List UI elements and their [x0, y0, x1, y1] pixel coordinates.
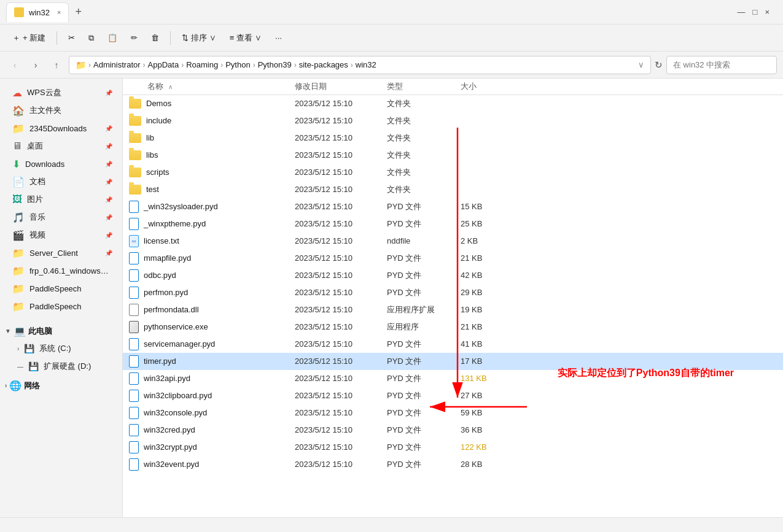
file-name: win32api.pyd [144, 374, 190, 383]
folder-icon [129, 185, 141, 195]
table-row[interactable]: win32event.pyd 2023/5/12 15:10 PYD 文件 28… [123, 456, 783, 473]
sidebar-item-cdrive[interactable]: › 💾 系统 (C:) [2, 340, 120, 357]
pyd-icon [129, 390, 139, 402]
more-button[interactable]: ··· [270, 30, 287, 45]
delete-button[interactable]: 🗑 [146, 30, 164, 45]
table-row[interactable]: Demos 2023/5/12 15:10 文件夹 [123, 95, 783, 112]
table-row[interactable]: perfmon.pyd 2023/5/12 15:10 PYD 文件 29 KB [123, 284, 783, 301]
address-path[interactable]: 📁 › Administrator › AppData › Roaming › … [69, 56, 651, 74]
sidebar-item-server[interactable]: 📁 Server_Client 📌 [2, 244, 120, 261]
forward-button[interactable]: › [27, 56, 44, 74]
toolbar: ＋ + 新建 ✂ ⧉ 📋 ✏ 🗑 ⇅ 排序 ∨ ≡ 查看 ∨ ··· [0, 25, 783, 52]
sidebar-label-frp: frp_0.46.1_windows_am [29, 266, 112, 276]
sidebar-section-network[interactable]: › 🌐 网络 [0, 377, 122, 394]
cut-button[interactable]: ✂ [63, 30, 80, 45]
sidebar-item-2345downloads[interactable]: 📁 2345Downloads 📌 [2, 120, 120, 137]
table-row[interactable]: libs 2023/5/12 15:10 文件夹 [123, 147, 783, 164]
table-row[interactable]: servicemanager.pyd 2023/5/12 15:10 PYD 文… [123, 336, 783, 353]
table-row[interactable]: win32clipboard.pyd 2023/5/12 15:10 PYD 文… [123, 387, 783, 404]
new-tab-button[interactable]: + [71, 6, 85, 18]
folder-icon [129, 150, 141, 160]
file-type-cell: 文件夹 [387, 150, 461, 161]
table-row[interactable]: perfmondata.dll 2023/5/12 15:10 应用程序扩展 1… [123, 301, 783, 318]
sidebar-item-docs[interactable]: 📄 文档 📌 [2, 173, 120, 190]
copy-button[interactable]: ⧉ [84, 30, 99, 46]
header-date[interactable]: 修改日期 [295, 81, 387, 92]
tab-close-button[interactable]: × [57, 9, 61, 16]
file-date-cell: 2023/5/12 15:10 [295, 202, 387, 211]
header-type[interactable]: 类型 [387, 81, 461, 92]
tab-win32[interactable]: win32 × [6, 2, 69, 22]
file-date-cell: 2023/5/12 15:10 [295, 288, 387, 297]
path-part-0[interactable]: Administrator [93, 60, 141, 69]
path-sep-1: › [143, 61, 146, 69]
header-name[interactable]: 名称 ∧ [123, 81, 295, 92]
file-list-header: 名称 ∧ 修改日期 类型 大小 [123, 79, 783, 95]
network-icon: 🌐 [9, 380, 21, 391]
view-button[interactable]: ≡ 查看 ∨ [225, 29, 267, 47]
table-row[interactable]: win32cred.pyd 2023/5/12 15:10 PYD 文件 36 … [123, 422, 783, 439]
sort-button[interactable]: ⇅ 排序 ∨ [177, 29, 221, 47]
sidebar-item-wps[interactable]: ☁ WPS云盘 📌 [2, 84, 120, 101]
sidebar-item-paddle1[interactable]: 📁 PaddleSpeech [2, 280, 120, 297]
wps-cloud-icon: ☁ [12, 87, 22, 99]
sidebar-item-music[interactable]: 🎵 音乐 📌 [2, 209, 120, 226]
rename-button[interactable]: ✏ [126, 30, 142, 45]
path-part-4[interactable]: Python39 [258, 60, 292, 69]
file-name-cell: include [123, 116, 295, 126]
table-row[interactable]: _winxptheme.pyd 2023/5/12 15:10 PYD 文件 2… [123, 215, 783, 233]
sidebar-item-video[interactable]: 🎬 视频 📌 [2, 226, 120, 244]
table-row[interactable]: timer.pyd 2023/5/12 15:10 PYD 文件 17 KB [123, 353, 783, 370]
table-row[interactable]: scripts 2023/5/12 15:10 文件夹 [123, 164, 783, 181]
file-name: win32clipboard.pyd [144, 391, 212, 400]
sidebar-item-ddrive[interactable]: — 💾 扩展硬盘 (D:) [2, 358, 120, 375]
sidebar-section-thispc[interactable]: ▼ 💻 此电脑 [0, 323, 122, 339]
path-sep-5: › [294, 61, 297, 69]
refresh-button[interactable]: ↻ [655, 60, 663, 71]
folder-icon [129, 116, 141, 126]
header-size[interactable]: 大小 [461, 81, 510, 92]
table-row[interactable]: lib 2023/5/12 15:10 文件夹 [123, 129, 783, 147]
search-input[interactable] [666, 56, 777, 74]
path-part-2[interactable]: Roaming [186, 60, 218, 69]
maximize-button[interactable]: □ [753, 7, 758, 17]
close-button[interactable]: × [765, 7, 769, 17]
back-button[interactable]: ‹ [6, 56, 23, 74]
table-row[interactable]: _win32sysloader.pyd 2023/5/12 15:10 PYD … [123, 198, 783, 215]
pin-icon-wps: 📌 [105, 90, 112, 96]
folder-icon [129, 99, 141, 109]
table-row[interactable]: win32api.pyd 2023/5/12 15:10 PYD 文件 131 … [123, 370, 783, 387]
table-row[interactable]: mmapfile.pyd 2023/5/12 15:10 PYD 文件 21 K… [123, 250, 783, 267]
sidebar-item-pictures[interactable]: 🖼 图片 📌 [2, 191, 120, 208]
file-date-cell: 2023/5/12 15:10 [295, 236, 387, 245]
path-part-1[interactable]: AppData [148, 60, 179, 69]
table-row[interactable]: odbc.pyd 2023/5/12 15:10 PYD 文件 42 KB [123, 267, 783, 284]
sidebar-item-frp[interactable]: 📁 frp_0.46.1_windows_am [2, 262, 120, 279]
new-button[interactable]: ＋ + 新建 [7, 29, 50, 47]
table-row[interactable]: win32console.pyd 2023/5/12 15:10 PYD 文件 … [123, 404, 783, 422]
path-part-3[interactable]: Python [225, 60, 250, 69]
file-size-cell: 27 KB [461, 391, 510, 400]
sidebar-item-paddle2[interactable]: 📁 PaddleSpeech [2, 298, 120, 315]
sidebar-item-desktop[interactable]: 🖥 桌面 📌 [2, 137, 120, 155]
table-row[interactable]: txt license.txt 2023/5/12 15:10 nddfile … [123, 233, 783, 250]
network-expand-icon: › [5, 382, 7, 389]
file-name: libs [146, 150, 158, 160]
sidebar-label-downloads: Downloads [25, 160, 64, 169]
copy-icon: ⧉ [88, 33, 94, 43]
sidebar-item-home[interactable]: 🏠 主文件夹 [2, 102, 120, 119]
file-date-cell: 2023/5/12 15:10 [295, 322, 387, 331]
table-row[interactable]: pythonservice.exe 2023/5/12 15:10 应用程序 2… [123, 318, 783, 336]
pin-icon-2345: 📌 [105, 125, 112, 132]
table-row[interactable]: test 2023/5/12 15:10 文件夹 [123, 181, 783, 198]
file-name: pythonservice.exe [144, 322, 208, 331]
path-part-6[interactable]: win32 [356, 60, 376, 69]
table-row[interactable]: include 2023/5/12 15:10 文件夹 [123, 112, 783, 129]
paste-button[interactable]: 📋 [103, 30, 122, 45]
up-button[interactable]: ↑ [48, 56, 65, 74]
table-row[interactable]: win32crypt.pyd 2023/5/12 15:10 PYD 文件 12… [123, 439, 783, 456]
address-dropdown-button[interactable]: ∨ [638, 60, 644, 69]
path-part-5[interactable]: site-packages [299, 60, 348, 69]
minimize-button[interactable]: — [738, 7, 746, 17]
sidebar-item-downloads[interactable]: ⬇ Downloads 📌 [2, 155, 120, 172]
